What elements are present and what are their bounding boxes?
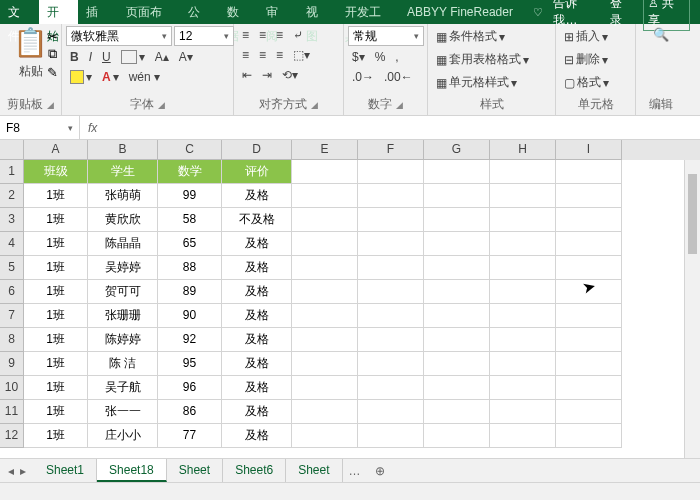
cell[interactable]: [358, 328, 424, 352]
col-header[interactable]: C: [158, 140, 222, 160]
cell-styles-button[interactable]: ▦ 单元格样式 ▾: [432, 72, 521, 93]
sheet-next-icon[interactable]: ▸: [20, 464, 26, 478]
cell[interactable]: 58: [158, 208, 222, 232]
cell[interactable]: 张一一: [88, 400, 158, 424]
cell[interactable]: [358, 160, 424, 184]
cell[interactable]: 65: [158, 232, 222, 256]
cell[interactable]: 张珊珊: [88, 304, 158, 328]
cell[interactable]: 1班: [24, 400, 88, 424]
cell[interactable]: 1班: [24, 352, 88, 376]
sheet-more[interactable]: …: [343, 464, 367, 478]
row-header[interactable]: 1: [0, 160, 24, 184]
fill-color-button[interactable]: ▾: [66, 68, 96, 86]
cell[interactable]: 1班: [24, 232, 88, 256]
row-header[interactable]: 9: [0, 352, 24, 376]
cell[interactable]: [358, 424, 424, 448]
cell[interactable]: 89: [158, 280, 222, 304]
cell[interactable]: [490, 184, 556, 208]
cut-icon[interactable]: ✂: [44, 28, 60, 44]
row-header[interactable]: 8: [0, 328, 24, 352]
col-header[interactable]: H: [490, 140, 556, 160]
ribbon-tab-8[interactable]: 开发工具: [337, 0, 399, 24]
cell[interactable]: 1班: [24, 256, 88, 280]
launcher-icon[interactable]: ◢: [396, 100, 403, 110]
bold-button[interactable]: B: [66, 48, 83, 66]
cell[interactable]: [490, 208, 556, 232]
merge-button[interactable]: ⬚▾: [289, 46, 314, 64]
cell[interactable]: 及格: [222, 424, 292, 448]
cell[interactable]: 庄小小: [88, 424, 158, 448]
italic-button[interactable]: I: [85, 48, 96, 66]
cell[interactable]: [556, 208, 622, 232]
number-format-combo[interactable]: 常规▾: [348, 26, 424, 46]
fx-icon[interactable]: fx: [80, 121, 105, 135]
format-cells-button[interactable]: ▢ 格式 ▾: [560, 72, 613, 93]
phonetic-button[interactable]: wén ▾: [125, 68, 164, 86]
cell[interactable]: [556, 256, 622, 280]
cell[interactable]: 99: [158, 184, 222, 208]
cell[interactable]: [556, 160, 622, 184]
cell[interactable]: [292, 376, 358, 400]
cell[interactable]: [490, 280, 556, 304]
row-header[interactable]: 11: [0, 400, 24, 424]
ribbon-tab-7[interactable]: 视图: [298, 0, 337, 24]
align-top-icon[interactable]: ≡: [238, 26, 253, 44]
scroll-thumb[interactable]: [688, 174, 697, 254]
cell[interactable]: 95: [158, 352, 222, 376]
cell[interactable]: 1班: [24, 208, 88, 232]
cell[interactable]: [358, 352, 424, 376]
cell[interactable]: [424, 376, 490, 400]
cell[interactable]: [490, 400, 556, 424]
cell[interactable]: 1班: [24, 184, 88, 208]
cell[interactable]: 90: [158, 304, 222, 328]
cell[interactable]: [424, 232, 490, 256]
cell[interactable]: 及格: [222, 304, 292, 328]
col-header[interactable]: I: [556, 140, 622, 160]
cell[interactable]: 1班: [24, 304, 88, 328]
row-header[interactable]: 10: [0, 376, 24, 400]
cell[interactable]: 及格: [222, 376, 292, 400]
sheet-tab[interactable]: Sheet1: [34, 459, 97, 482]
percent-icon[interactable]: %: [371, 48, 390, 66]
ribbon-tab-4[interactable]: 公式: [180, 0, 219, 24]
formula-input[interactable]: [105, 116, 700, 139]
cell[interactable]: [490, 328, 556, 352]
col-header[interactable]: F: [358, 140, 424, 160]
cell[interactable]: [292, 328, 358, 352]
add-sheet-button[interactable]: ⊕: [367, 464, 393, 478]
cell[interactable]: [292, 256, 358, 280]
row-header[interactable]: 5: [0, 256, 24, 280]
col-header[interactable]: G: [424, 140, 490, 160]
cell[interactable]: 数学: [158, 160, 222, 184]
sheet-tab[interactable]: Sheet: [286, 459, 342, 482]
cell[interactable]: 吴子航: [88, 376, 158, 400]
ribbon-tab-6[interactable]: 审阅: [258, 0, 297, 24]
cell[interactable]: [424, 352, 490, 376]
name-box[interactable]: F8▾: [0, 116, 80, 139]
align-bottom-icon[interactable]: ≡: [272, 26, 287, 44]
cell[interactable]: 88: [158, 256, 222, 280]
ribbon-tab-5[interactable]: 数据: [219, 0, 258, 24]
launcher-icon[interactable]: ◢: [47, 100, 54, 110]
ribbon-tab-2[interactable]: 插入: [78, 0, 117, 24]
find-icon[interactable]: 🔍: [653, 26, 669, 42]
insert-cells-button[interactable]: ⊞ 插入 ▾: [560, 26, 612, 47]
align-left-icon[interactable]: ≡: [238, 46, 253, 64]
cell[interactable]: 96: [158, 376, 222, 400]
cell[interactable]: 班级: [24, 160, 88, 184]
cell[interactable]: [490, 352, 556, 376]
cell[interactable]: [556, 424, 622, 448]
sheet-prev-icon[interactable]: ◂: [8, 464, 14, 478]
sheet-tab[interactable]: Sheet: [167, 459, 223, 482]
launcher-icon[interactable]: ◢: [311, 100, 318, 110]
indent-dec-icon[interactable]: ⇤: [238, 66, 256, 84]
cell[interactable]: 学生: [88, 160, 158, 184]
col-header[interactable]: D: [222, 140, 292, 160]
format-painter-icon[interactable]: ✎: [44, 64, 60, 80]
cell[interactable]: [292, 160, 358, 184]
font-color-button[interactable]: A▾: [98, 68, 123, 86]
cell[interactable]: 92: [158, 328, 222, 352]
cell[interactable]: 77: [158, 424, 222, 448]
cell[interactable]: [556, 352, 622, 376]
cell[interactable]: [490, 160, 556, 184]
